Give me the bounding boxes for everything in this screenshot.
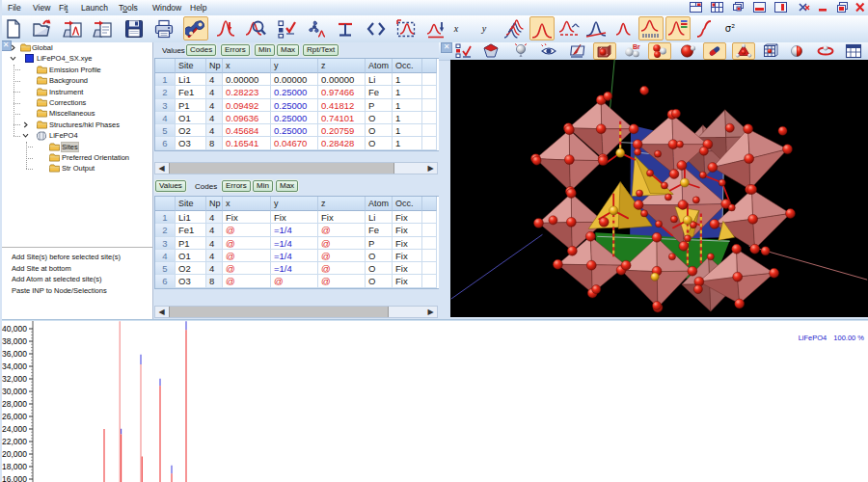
new-file-icon[interactable]: [1, 16, 26, 40]
cell-value[interactable]: =1/4: [271, 224, 318, 236]
legend-display-icon[interactable]: [665, 16, 691, 40]
peak-shift-icon[interactable]: [423, 16, 448, 40]
stick-style-icon[interactable]: [703, 42, 726, 60]
tile-vertical-icon[interactable]: [774, 2, 787, 13]
tree-item-label[interactable]: Miscellaneous: [49, 109, 95, 119]
properties-table-icon[interactable]: [842, 42, 865, 59]
column-header-blank[interactable]: [155, 197, 176, 211]
horizontal-scrollbar[interactable]: ◀▶: [154, 306, 438, 318]
fit-wrench-icon[interactable]: [183, 16, 208, 40]
menu-fit[interactable]: Fit: [59, 2, 68, 13]
tab-errors[interactable]: Errors: [222, 180, 251, 192]
cell-value[interactable]: 4: [206, 73, 223, 86]
tree-item-miscellaneous[interactable]: Miscellaneous: [0, 108, 152, 119]
cell-value[interactable]: O: [366, 124, 393, 137]
tab-values[interactable]: Values: [162, 46, 185, 55]
row-number[interactable]: 6: [155, 137, 176, 149]
cell-value[interactable]: O2: [176, 262, 206, 275]
cell-value[interactable]: 0.00000: [271, 73, 318, 86]
element-labels-icon[interactable]: Br: [621, 42, 644, 59]
spheres-display-icon[interactable]: [648, 42, 671, 60]
hkl-ticks-icon[interactable]: [638, 16, 664, 40]
cell-value[interactable]: Fix: [223, 211, 271, 224]
cell-value[interactable]: 0.04670: [271, 137, 318, 149]
cell-value[interactable]: O1: [176, 250, 206, 262]
import-data-icon[interactable]: [61, 16, 86, 40]
tree-item-sites[interactable]: Sites: [0, 142, 152, 152]
tile-horizontal-icon[interactable]: [753, 2, 766, 13]
tree-item-label[interactable]: Sites: [62, 143, 78, 152]
tree-item-label[interactable]: Instrument: [49, 88, 83, 97]
quick-fit-icon[interactable]: [213, 16, 238, 40]
open-file-icon[interactable]: [30, 16, 55, 40]
cell-blank[interactable]: [422, 211, 437, 224]
structure-3d-viewport[interactable]: [450, 60, 868, 317]
cell-value[interactable]: 0.28223: [223, 86, 271, 98]
row-number[interactable]: 6: [155, 275, 176, 287]
column-header-Site[interactable]: Site: [176, 59, 206, 73]
cell-value[interactable]: 0.16541: [223, 137, 271, 149]
cell-value[interactable]: 1: [393, 86, 422, 98]
tab-codes[interactable]: Codes: [195, 182, 217, 191]
cell-value[interactable]: 0.41812: [318, 99, 366, 112]
cell-value[interactable]: 0.45684: [223, 124, 271, 137]
background-plot-icon[interactable]: [583, 16, 609, 40]
column-header-Np[interactable]: Np: [206, 59, 223, 73]
tile-panes-icon[interactable]: [690, 2, 702, 13]
cell-value[interactable]: 0.25000: [271, 112, 318, 124]
menu-file[interactable]: File: [8, 2, 21, 13]
cell-value[interactable]: 0.09636: [223, 112, 271, 124]
cell-value[interactable]: 0.97466: [318, 86, 366, 98]
tree-item-label[interactable]: Structures/hkl Phases: [49, 120, 120, 130]
cell-value[interactable]: 0.00000: [318, 73, 366, 86]
cell-blank[interactable]: [422, 73, 437, 86]
cell-grid-icon[interactable]: [759, 42, 782, 59]
tab-rpt-text[interactable]: Rpt/Text: [303, 44, 339, 56]
tree-item-label[interactable]: Emission Profile: [49, 66, 101, 75]
tree-item-emission-profile[interactable]: Emission Profile: [0, 65, 152, 75]
scroll-right-icon[interactable]: ▶: [424, 307, 437, 317]
calc-pattern-icon[interactable]: [610, 16, 636, 40]
cell-value[interactable]: =1/4: [271, 250, 318, 262]
cell-value[interactable]: 1: [393, 124, 422, 137]
x-axis-button[interactable]: x: [447, 16, 466, 40]
chevron-down-icon[interactable]: [10, 55, 16, 64]
cell-value[interactable]: Fe1: [176, 224, 206, 236]
row-number[interactable]: 3: [155, 237, 176, 250]
tolerance-icon[interactable]: [333, 16, 358, 40]
cell-value[interactable]: 4: [206, 211, 223, 224]
menu-view[interactable]: View: [33, 2, 50, 13]
cell-value[interactable]: Fix: [271, 211, 318, 224]
cell-value[interactable]: O: [366, 112, 393, 124]
cell-value[interactable]: 0.74101: [318, 112, 366, 124]
cell-value[interactable]: Fix: [393, 237, 422, 250]
open-copy-icon[interactable]: [91, 16, 116, 40]
diffraction-chart[interactable]: 40,00038,00036,00034,00032,00030,00028,0…: [0, 321, 868, 482]
cell-value[interactable]: Fe: [366, 224, 393, 236]
tree-item-preferred-orientation[interactable]: Preferred Orientation: [0, 152, 152, 163]
tree-item-instrument[interactable]: Instrument: [0, 87, 152, 97]
legend-phase[interactable]: LiFePO4: [799, 334, 827, 342]
menu-launch[interactable]: Launch: [81, 2, 108, 13]
tree-item-label[interactable]: LiFePO4_SX.xye: [37, 54, 93, 64]
action-add-atom-at-selected-site-s-[interactable]: Add Atom at selected site(s): [12, 275, 156, 286]
cell-value[interactable]: 0.20759: [318, 124, 366, 137]
tree-item-background[interactable]: Background: [0, 75, 152, 86]
row-number[interactable]: 1: [155, 73, 176, 86]
column-header-z[interactable]: z: [318, 197, 366, 211]
cell-value[interactable]: @: [318, 250, 366, 262]
cell-blank[interactable]: [422, 237, 437, 250]
row-number[interactable]: 5: [155, 124, 176, 137]
cell-value[interactable]: 0.00000: [223, 73, 271, 86]
cell-value[interactable]: Fix: [318, 211, 366, 224]
tab-values[interactable]: Values: [155, 180, 186, 192]
cell-value[interactable]: 4: [206, 112, 223, 124]
cell-blank[interactable]: [422, 112, 437, 124]
tree-item-global[interactable]: Global: [0, 42, 152, 53]
cell-value[interactable]: @: [223, 262, 271, 275]
cell-value[interactable]: 0.09492: [223, 99, 271, 112]
column-header-blank[interactable]: [422, 197, 437, 211]
cell-value[interactable]: @: [318, 262, 366, 275]
column-header-Atom[interactable]: Atom: [366, 197, 393, 211]
edit-structure-icon[interactable]: [566, 42, 589, 59]
